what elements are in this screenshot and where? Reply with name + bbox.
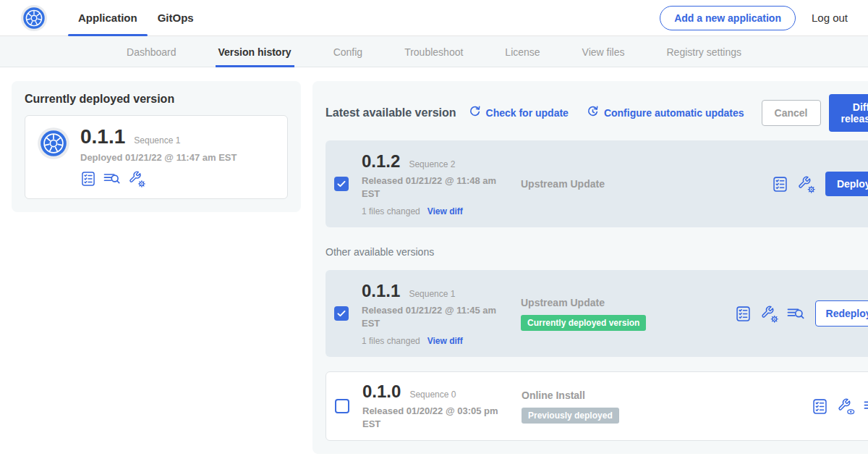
subnav-tab-registry-settings[interactable]: Registry settings: [667, 36, 741, 67]
version-sequence: Sequence 2: [409, 159, 455, 169]
check-for-update-label: Check for update: [486, 107, 569, 119]
subnav-tab-dashboard[interactable]: Dashboard: [127, 36, 176, 67]
version-number: 0.1.2: [362, 151, 400, 172]
released-timestamp: Released 01/20/22 @ 03:05 pm EST: [362, 405, 506, 430]
add-new-application-button[interactable]: Add a new application: [660, 6, 796, 30]
version-0-1-0-checkbox[interactable]: [335, 399, 349, 413]
latest-available-title: Latest available version: [326, 106, 456, 119]
version-sequence: Sequence 0: [409, 389, 456, 400]
available-versions-panel: Latest available version Check for updat…: [312, 81, 868, 454]
version-row-0-1-2: 0.1.2 Sequence 2 Released 01/21/22 @ 11:…: [326, 140, 868, 227]
deploy-logs-icon[interactable]: [787, 306, 805, 322]
tab-gitops[interactable]: GitOps: [148, 0, 204, 36]
check-for-update-link[interactable]: Check for update: [468, 105, 569, 121]
deploy-logs-icon[interactable]: [864, 398, 868, 415]
main-content: Currently deployed version: [0, 67, 868, 459]
redeploy-button[interactable]: Redeploy: [815, 300, 868, 327]
available-versions-header: Latest available version Check for updat…: [326, 94, 868, 132]
version-row-0-1-0: 0.1.0 Sequence 0 Released 01/20/22 @ 03:…: [326, 371, 868, 441]
edit-config-icon[interactable]: [760, 305, 778, 323]
configure-automatic-updates-label: Configure automatic updates: [604, 107, 744, 119]
version-source-label: Upstream Update: [521, 178, 605, 190]
files-changed-label: 1 files changed: [362, 336, 420, 346]
app-sub-nav: Dashboard Version history Config Trouble…: [0, 36, 868, 67]
diff-releases-button[interactable]: Diff releases: [829, 94, 868, 132]
version-source-column: Upstream Update Currently deployed versi…: [521, 297, 735, 331]
kubernetes-app-icon: [37, 127, 70, 160]
version-source-label: Online Install: [522, 389, 585, 401]
version-source-label: Upstream Update: [521, 297, 605, 308]
tab-application-label: Application: [78, 12, 137, 24]
deploy-logs-icon[interactable]: [103, 171, 121, 187]
subnav-tab-registry-settings-label: Registry settings: [667, 46, 741, 58]
edit-config-icon[interactable]: [797, 175, 815, 193]
edit-config-icon[interactable]: [128, 170, 145, 188]
currently-deployed-badge: Currently deployed version: [521, 315, 646, 331]
version-source-column: Online Install Previously deployed: [522, 389, 812, 424]
scheduled-update-icon: [586, 105, 600, 121]
subnav-tab-version-history[interactable]: Version history: [218, 36, 292, 67]
version-row-0-1-1: 0.1.1 Sequence 1 Released 01/21/22 @ 11:…: [326, 270, 868, 357]
version-0-1-2-checkbox[interactable]: [334, 177, 349, 191]
version-info: 0.1.2 Sequence 2 Released 01/21/22 @ 11:…: [362, 151, 510, 216]
version-number: 0.1.1: [362, 281, 400, 301]
subnav-tab-troubleshoot-label: Troubleshoot: [404, 46, 463, 58]
version-source-column: Upstream Update: [521, 178, 772, 190]
currently-deployed-panel: Currently deployed version: [12, 81, 301, 212]
files-changed-label: 1 files changed: [362, 206, 420, 216]
release-notes-icon[interactable]: [772, 176, 788, 193]
subnav-tab-license-label: License: [505, 46, 540, 58]
subnav-tab-view-files[interactable]: View files: [582, 36, 625, 67]
version-number: 0.1.0: [362, 382, 401, 402]
view-diff-link[interactable]: View diff: [427, 206, 463, 216]
other-versions-title: Other available versions: [326, 246, 868, 258]
subnav-tab-license[interactable]: License: [505, 36, 540, 67]
refresh-icon: [468, 105, 482, 121]
subnav-tab-troubleshoot[interactable]: Troubleshoot: [404, 36, 463, 67]
subnav-tab-config[interactable]: Config: [333, 36, 362, 67]
tab-application[interactable]: Application: [68, 0, 148, 36]
subnav-tab-view-files-label: View files: [582, 46, 625, 58]
view-config-icon[interactable]: [837, 397, 855, 416]
logout-button[interactable]: Log out: [812, 12, 848, 24]
deployed-version-details: 0.1.1 Sequence 1 Deployed 01/21/22 @ 11:…: [80, 125, 237, 188]
view-diff-link[interactable]: View diff: [427, 336, 463, 346]
subnav-tab-config-label: Config: [333, 46, 362, 58]
released-timestamp: Released 01/21/22 @ 11:45 am EST: [362, 304, 505, 329]
version-sequence: Sequence 1: [409, 289, 455, 299]
released-timestamp: Released 01/21/22 @ 11:48 am EST: [362, 174, 505, 200]
release-notes-icon[interactable]: [80, 171, 96, 187]
top-nav: Application GitOps Add a new application…: [0, 0, 868, 36]
version-info: 0.1.1 Sequence 1 Released 01/21/22 @ 11:…: [362, 281, 510, 345]
currently-deployed-title: Currently deployed version: [25, 93, 288, 106]
cancel-button[interactable]: Cancel: [762, 100, 821, 126]
release-notes-icon[interactable]: [812, 398, 828, 415]
version-0-1-1-checkbox[interactable]: [334, 306, 349, 321]
subnav-tab-version-history-label: Version history: [218, 46, 292, 58]
deployed-timestamp: Deployed 01/21/22 @ 11:47 am EST: [80, 152, 237, 163]
deployed-version-sequence: Sequence 1: [134, 135, 180, 146]
release-notes-icon[interactable]: [735, 306, 752, 322]
deployed-version-number: 0.1.1: [80, 125, 125, 148]
version-info: 0.1.0 Sequence 0 Released 01/20/22 @ 03:…: [362, 382, 511, 430]
configure-automatic-updates-link[interactable]: Configure automatic updates: [586, 105, 744, 121]
previously-deployed-badge: Previously deployed: [522, 408, 619, 424]
kubernetes-logo-icon: [20, 4, 48, 32]
subnav-tab-dashboard-label: Dashboard: [127, 46, 176, 58]
tab-gitops-label: GitOps: [158, 12, 194, 24]
deployed-version-card: 0.1.1 Sequence 1 Deployed 01/21/22 @ 11:…: [25, 115, 288, 199]
deploy-button[interactable]: Deploy: [825, 172, 868, 196]
